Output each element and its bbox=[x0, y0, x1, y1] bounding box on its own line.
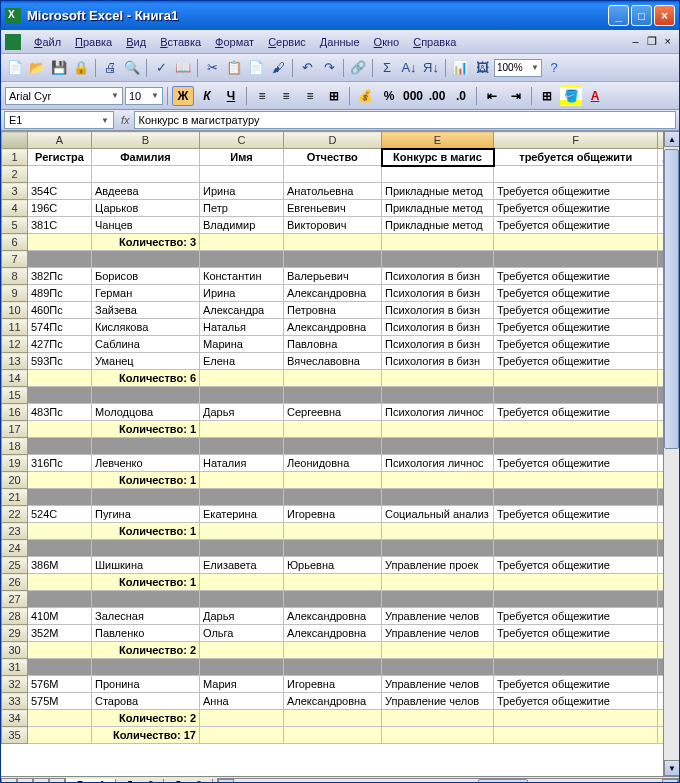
cell-D14[interactable] bbox=[284, 370, 382, 387]
cell-E20[interactable] bbox=[382, 472, 494, 489]
cell-A13[interactable]: 593Пс bbox=[28, 353, 92, 370]
cell-F17[interactable] bbox=[494, 421, 658, 438]
cell-C6[interactable] bbox=[200, 234, 284, 251]
cell-D9[interactable]: Александровна bbox=[284, 285, 382, 302]
row-header-4[interactable]: 4 bbox=[2, 200, 28, 217]
save-icon[interactable]: 💾 bbox=[49, 58, 69, 78]
cell-B31[interactable] bbox=[92, 659, 200, 676]
tab-next-button[interactable]: ▶ bbox=[33, 778, 49, 784]
borders-button[interactable]: ⊞ bbox=[536, 86, 558, 106]
cell-A18[interactable] bbox=[28, 438, 92, 455]
row-header-23[interactable]: 23 bbox=[2, 523, 28, 540]
menu-формат[interactable]: Формат bbox=[208, 34, 261, 50]
cell-F32[interactable]: Требуется общежитие bbox=[494, 676, 658, 693]
redo-icon[interactable]: ↷ bbox=[319, 58, 339, 78]
comma-button[interactable]: 000 bbox=[402, 86, 424, 106]
cell-F3[interactable]: Требуется общежитие bbox=[494, 183, 658, 200]
cell-D21[interactable] bbox=[284, 489, 382, 506]
cell-F10[interactable]: Требуется общежитие bbox=[494, 302, 658, 319]
cell-F15[interactable] bbox=[494, 387, 658, 404]
cell-B20[interactable]: Количество: 1 bbox=[92, 472, 200, 489]
row-header-10[interactable]: 10 bbox=[2, 302, 28, 319]
cell-B21[interactable] bbox=[92, 489, 200, 506]
cell-E18[interactable] bbox=[382, 438, 494, 455]
cell-D1[interactable]: Отчество bbox=[284, 149, 382, 166]
formula-input[interactable]: Конкурс в магистратуру bbox=[134, 111, 676, 129]
row-header-5[interactable]: 5 bbox=[2, 217, 28, 234]
cell-F13[interactable]: Требуется общежитие bbox=[494, 353, 658, 370]
cell-E11[interactable]: Психология в бизн bbox=[382, 319, 494, 336]
worksheet-grid[interactable]: ABCDEFG1РегистраФамилияИмяОтчествоКонкур… bbox=[1, 131, 679, 776]
print-icon[interactable]: 🖨 bbox=[100, 58, 120, 78]
cell-E25[interactable]: Управление проек bbox=[382, 557, 494, 574]
cell-E22[interactable]: Социальный анализ bbox=[382, 506, 494, 523]
cell-D29[interactable]: Александровна bbox=[284, 625, 382, 642]
sheet-tab-1[interactable]: Лист1 bbox=[65, 779, 116, 784]
cell-E1[interactable]: Конкурс в магис bbox=[382, 149, 494, 166]
cell-C25[interactable]: Елизавета bbox=[200, 557, 284, 574]
cell-C12[interactable]: Марина bbox=[200, 336, 284, 353]
cell-B11[interactable]: Кислякова bbox=[92, 319, 200, 336]
close-button[interactable]: × bbox=[654, 5, 675, 26]
cell-F21[interactable] bbox=[494, 489, 658, 506]
cell-C7[interactable] bbox=[200, 251, 284, 268]
row-header-18[interactable]: 18 bbox=[2, 438, 28, 455]
cell-B14[interactable]: Количество: 6 bbox=[92, 370, 200, 387]
cell-C2[interactable] bbox=[200, 166, 284, 183]
cell-A33[interactable]: 575М bbox=[28, 693, 92, 710]
paste-icon[interactable]: 📄 bbox=[246, 58, 266, 78]
cell-C21[interactable] bbox=[200, 489, 284, 506]
fill-color-button[interactable]: 🪣 bbox=[560, 86, 582, 106]
cell-E24[interactable] bbox=[382, 540, 494, 557]
increase-indent-button[interactable]: ⇥ bbox=[505, 86, 527, 106]
cell-F26[interactable] bbox=[494, 574, 658, 591]
cell-B32[interactable]: Пронина bbox=[92, 676, 200, 693]
cell-D23[interactable] bbox=[284, 523, 382, 540]
cell-E34[interactable] bbox=[382, 710, 494, 727]
row-header-13[interactable]: 13 bbox=[2, 353, 28, 370]
copy-icon[interactable]: 📋 bbox=[224, 58, 244, 78]
cell-B28[interactable]: Залесная bbox=[92, 608, 200, 625]
cell-C17[interactable] bbox=[200, 421, 284, 438]
cell-D17[interactable] bbox=[284, 421, 382, 438]
hscroll-thumb[interactable] bbox=[478, 779, 528, 784]
cell-C31[interactable] bbox=[200, 659, 284, 676]
cell-F24[interactable] bbox=[494, 540, 658, 557]
cell-A9[interactable]: 489Пс bbox=[28, 285, 92, 302]
cell-A29[interactable]: 352М bbox=[28, 625, 92, 642]
cell-A21[interactable] bbox=[28, 489, 92, 506]
cell-D30[interactable] bbox=[284, 642, 382, 659]
cell-F11[interactable]: Требуется общежитие bbox=[494, 319, 658, 336]
cell-D16[interactable]: Сергеевна bbox=[284, 404, 382, 421]
cell-E2[interactable] bbox=[382, 166, 494, 183]
cell-E21[interactable] bbox=[382, 489, 494, 506]
cell-C3[interactable]: Ирина bbox=[200, 183, 284, 200]
preview-icon[interactable]: 🔍 bbox=[122, 58, 142, 78]
col-header-F[interactable]: F bbox=[494, 132, 658, 149]
cell-F29[interactable]: Требуется общежитие bbox=[494, 625, 658, 642]
vertical-scrollbar[interactable]: ▲ ▼ bbox=[663, 131, 679, 776]
row-header-32[interactable]: 32 bbox=[2, 676, 28, 693]
cell-C8[interactable]: Константин bbox=[200, 268, 284, 285]
cell-B23[interactable]: Количество: 1 bbox=[92, 523, 200, 540]
cell-C19[interactable]: Наталия bbox=[200, 455, 284, 472]
row-header-35[interactable]: 35 bbox=[2, 727, 28, 744]
cell-B34[interactable]: Количество: 2 bbox=[92, 710, 200, 727]
cell-D32[interactable]: Игоревна bbox=[284, 676, 382, 693]
cell-D10[interactable]: Петровна bbox=[284, 302, 382, 319]
cell-A30[interactable] bbox=[28, 642, 92, 659]
cell-D27[interactable] bbox=[284, 591, 382, 608]
menu-вставка[interactable]: Вставка bbox=[153, 34, 208, 50]
cell-F28[interactable]: Требуется общежитие bbox=[494, 608, 658, 625]
cell-D25[interactable]: Юрьевна bbox=[284, 557, 382, 574]
col-header-B[interactable]: B bbox=[92, 132, 200, 149]
cell-C15[interactable] bbox=[200, 387, 284, 404]
cell-E33[interactable]: Управление челов bbox=[382, 693, 494, 710]
increase-decimal-button[interactable]: .00 bbox=[426, 86, 448, 106]
cell-E35[interactable] bbox=[382, 727, 494, 744]
cell-F6[interactable] bbox=[494, 234, 658, 251]
row-header-26[interactable]: 26 bbox=[2, 574, 28, 591]
cell-E15[interactable] bbox=[382, 387, 494, 404]
cell-A34[interactable] bbox=[28, 710, 92, 727]
cell-C14[interactable] bbox=[200, 370, 284, 387]
